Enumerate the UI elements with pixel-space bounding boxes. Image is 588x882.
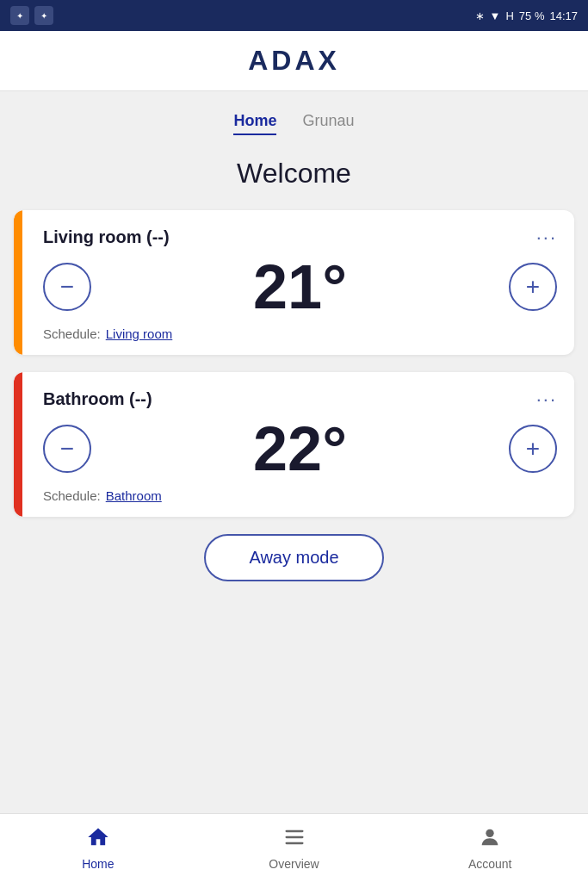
schedule-link-bathroom[interactable]: Bathroom [106, 488, 162, 503]
room-name-living-room: Living room (--) [43, 227, 170, 247]
card-inner-bathroom: Bathroom (--) ··· − 22° + Schedule: Bath… [43, 389, 557, 503]
increment-button-bathroom[interactable]: + [509, 425, 557, 473]
more-button-living-room[interactable]: ··· [536, 228, 557, 247]
app-icon-2: ✦ [34, 6, 53, 25]
signal-icon: H [505, 9, 513, 22]
location-tabs: Home Grunau [0, 91, 588, 149]
temperature-living-room: 21° [253, 256, 347, 318]
room-name-bathroom: Bathroom (--) [43, 389, 152, 409]
home-icon [86, 825, 110, 854]
app-logo: ADAX [248, 45, 340, 77]
room-card-living-room: Living room (--) ··· − 21° + Schedule: L… [14, 210, 574, 355]
schedule-link-living-room[interactable]: Living room [106, 326, 173, 341]
svg-rect-1 [285, 836, 303, 838]
bluetooth-icon: ∗ [475, 9, 485, 22]
nav-item-account[interactable]: Account [392, 814, 588, 882]
temperature-bathroom: 22° [253, 418, 347, 480]
clock: 14:17 [549, 9, 578, 22]
tab-grunau[interactable]: Grunau [302, 112, 354, 135]
increment-button-living-room[interactable]: + [509, 263, 557, 311]
main-content: Home Grunau Welcome Living room (--) ···… [0, 91, 588, 882]
card-header-living-room: Living room (--) ··· [43, 227, 557, 247]
wifi-icon: ▼ [490, 9, 501, 22]
svg-rect-0 [285, 830, 303, 832]
svg-rect-2 [285, 842, 303, 844]
nav-item-overview[interactable]: Overview [196, 814, 393, 882]
away-mode-container: Away mode [0, 534, 588, 581]
battery-level: 75 % [519, 9, 545, 22]
tab-home[interactable]: Home [233, 112, 276, 135]
status-left: ✦ ✦ [10, 6, 53, 25]
decrement-button-living-room[interactable]: − [43, 263, 91, 311]
card-inner-living-room: Living room (--) ··· − 21° + Schedule: L… [43, 227, 557, 341]
room-accent-living-room [14, 210, 22, 355]
decrement-button-bathroom[interactable]: − [43, 425, 91, 473]
room-accent-bathroom [14, 372, 22, 517]
nav-item-home[interactable]: Home [0, 814, 196, 882]
away-mode-button[interactable]: Away mode [204, 534, 383, 581]
bottom-nav: Home Overview Account [0, 813, 588, 882]
status-right: ∗ ▼ H 75 % 14:17 [475, 9, 578, 22]
schedule-label-bathroom: Schedule: [43, 488, 101, 503]
nav-label-home: Home [82, 857, 114, 871]
overview-icon [282, 825, 306, 854]
schedule-label-living-room: Schedule: [43, 326, 101, 341]
svg-point-3 [486, 829, 494, 837]
schedule-row-bathroom: Schedule: Bathroom [43, 488, 557, 503]
status-bar: ✦ ✦ ∗ ▼ H 75 % 14:17 [0, 0, 588, 31]
card-controls-bathroom: − 22° + [43, 418, 557, 480]
nav-label-account: Account [468, 857, 512, 871]
nav-label-overview: Overview [269, 857, 319, 871]
app-icon-1: ✦ [10, 6, 29, 25]
account-icon [478, 825, 502, 854]
welcome-title: Welcome [0, 158, 588, 189]
room-card-bathroom: Bathroom (--) ··· − 22° + Schedule: Bath… [14, 372, 574, 517]
card-controls-living-room: − 21° + [43, 256, 557, 318]
schedule-row-living-room: Schedule: Living room [43, 326, 557, 341]
more-button-bathroom[interactable]: ··· [536, 390, 557, 409]
card-header-bathroom: Bathroom (--) ··· [43, 389, 557, 409]
app-header: ADAX [0, 31, 588, 91]
